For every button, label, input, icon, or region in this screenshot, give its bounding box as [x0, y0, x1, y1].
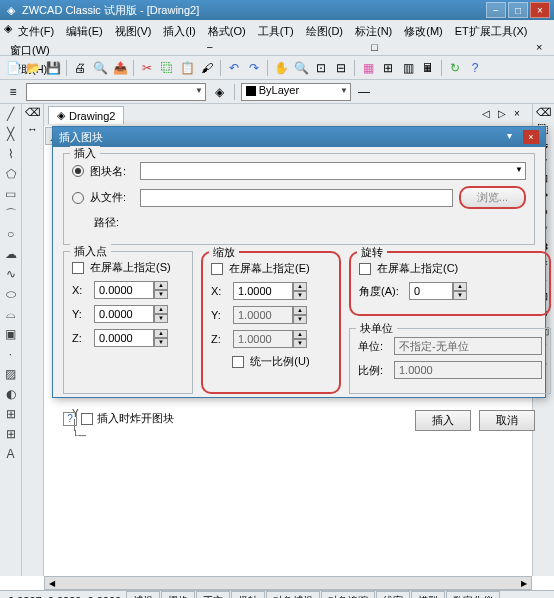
snap-toggle[interactable]: 捕捉 — [126, 591, 160, 599]
ortho-toggle[interactable]: 正交 — [196, 591, 230, 599]
redo-icon[interactable]: ↷ — [245, 59, 263, 77]
ipx-up[interactable]: ▲ — [154, 281, 168, 290]
tab-prev[interactable]: ◁ — [482, 108, 496, 122]
lwt-toggle[interactable]: 线宽 — [376, 591, 410, 599]
save-icon[interactable]: 💾 — [44, 59, 62, 77]
angle-input[interactable] — [409, 282, 453, 300]
copy-icon[interactable]: ⿻ — [158, 59, 176, 77]
rect-icon[interactable]: ▭ — [3, 186, 19, 202]
browse-button[interactable]: 浏览... — [459, 186, 526, 209]
ang-up[interactable]: ▲ — [453, 282, 467, 291]
help-icon[interactable]: ? — [63, 412, 77, 426]
menu-edit[interactable]: 编辑(E) — [60, 22, 109, 41]
menu-insert[interactable]: 插入(I) — [157, 22, 201, 41]
menu-annotate[interactable]: 标注(N) — [349, 22, 398, 41]
sz-up[interactable]: ▲ — [293, 330, 307, 339]
dc-icon[interactable]: ⊞ — [379, 59, 397, 77]
doc-close[interactable]: × — [536, 41, 550, 55]
uniform-check[interactable] — [232, 356, 244, 368]
file-input[interactable] — [140, 189, 453, 207]
preview-icon[interactable]: 🔍 — [91, 59, 109, 77]
block-icon[interactable]: ▣ — [3, 326, 19, 342]
menu-modify[interactable]: 修改(M) — [398, 22, 449, 41]
zoomprev-icon[interactable]: ⊟ — [332, 59, 350, 77]
zoom-icon[interactable]: 🔍 — [292, 59, 310, 77]
ipy-input[interactable] — [94, 305, 154, 323]
move2-icon[interactable]: ↔ — [27, 123, 38, 135]
sy-up[interactable]: ▲ — [293, 306, 307, 315]
tp-icon[interactable]: ▥ — [399, 59, 417, 77]
ipz-input[interactable] — [94, 329, 154, 347]
ipz-dn[interactable]: ▼ — [154, 338, 168, 347]
layer-state-icon[interactable]: ◈ — [210, 83, 228, 101]
sy-input[interactable] — [233, 306, 293, 324]
blockname-combo[interactable] — [140, 162, 526, 180]
sx-up[interactable]: ▲ — [293, 282, 307, 291]
ok-button[interactable]: 插入 — [415, 410, 471, 431]
zoomwin-icon[interactable]: ⊡ — [312, 59, 330, 77]
calc-icon[interactable]: 🖩 — [419, 59, 437, 77]
scale-onscreen-check[interactable] — [211, 263, 223, 275]
cut-icon[interactable]: ✂ — [138, 59, 156, 77]
sx-dn[interactable]: ▼ — [293, 291, 307, 300]
document-tab[interactable]: ◈ Drawing2 — [48, 106, 124, 124]
publish-icon[interactable]: 📤 — [111, 59, 129, 77]
circle-icon[interactable]: ○ — [3, 226, 19, 242]
line-icon[interactable]: ╱ — [3, 106, 19, 122]
menu-window[interactable]: 窗口(W) — [4, 41, 56, 60]
menu-ettools[interactable]: ET扩展工具(X) — [449, 22, 534, 41]
arc-icon[interactable]: ⌒ — [3, 206, 19, 222]
window-maximize[interactable]: □ — [508, 2, 528, 18]
props-icon[interactable]: ▦ — [359, 59, 377, 77]
dialog-titlebar[interactable]: 插入图块 ▾ × — [53, 127, 545, 147]
menu-view[interactable]: 视图(V) — [109, 22, 158, 41]
sy-dn[interactable]: ▼ — [293, 315, 307, 324]
dialog-close[interactable]: × — [523, 130, 539, 144]
polar-toggle[interactable]: 极轴 — [231, 591, 265, 599]
pan-icon[interactable]: ✋ — [272, 59, 290, 77]
help-icon[interactable]: ? — [466, 59, 484, 77]
menu-tools[interactable]: 工具(T) — [252, 22, 300, 41]
gradient-icon[interactable]: ◐ — [3, 386, 19, 402]
osnap-toggle[interactable]: 对象捕捉 — [266, 591, 320, 599]
menu-format[interactable]: 格式(O) — [202, 22, 252, 41]
layer-icon[interactable]: ≡ — [4, 83, 22, 101]
erase-icon[interactable]: ⌫ — [25, 106, 41, 119]
ipy-up[interactable]: ▲ — [154, 305, 168, 314]
hatch-icon[interactable]: ▨ — [3, 366, 19, 382]
ipy-dn[interactable]: ▼ — [154, 314, 168, 323]
sx-input[interactable] — [233, 282, 293, 300]
doc-minimize[interactable]: − — [206, 41, 220, 55]
horizontal-scrollbar[interactable]: ◀ ▶ — [44, 576, 532, 590]
explode-check[interactable] — [81, 413, 93, 425]
match-icon[interactable]: 🖌 — [198, 59, 216, 77]
sz-input[interactable] — [233, 330, 293, 348]
ipx-dn[interactable]: ▼ — [154, 290, 168, 299]
new-icon[interactable]: 📄 — [4, 59, 22, 77]
spline-icon[interactable]: ∿ — [3, 266, 19, 282]
polygon-icon[interactable]: ⬠ — [3, 166, 19, 182]
fromfile-radio[interactable] — [72, 192, 84, 204]
insertpt-onscreen-check[interactable] — [72, 262, 84, 274]
rotate-onscreen-check[interactable] — [359, 263, 371, 275]
pline-icon[interactable]: ⌇ — [3, 146, 19, 162]
color-combo[interactable]: ByLayer — [241, 83, 351, 101]
undo-icon[interactable]: ↶ — [225, 59, 243, 77]
tab-next[interactable]: ▷ — [498, 108, 512, 122]
cancel-button[interactable]: 取消 — [479, 410, 535, 431]
window-minimize[interactable]: − — [486, 2, 506, 18]
refresh-icon[interactable]: ↻ — [446, 59, 464, 77]
xline-icon[interactable]: ╳ — [3, 126, 19, 142]
window-close[interactable]: × — [530, 2, 550, 18]
linetype-icon[interactable]: — — [355, 83, 373, 101]
scroll-left[interactable]: ◀ — [45, 579, 59, 588]
text-icon[interactable]: A — [3, 446, 19, 462]
grid-toggle[interactable]: 栅格 — [161, 591, 195, 599]
table-icon[interactable]: ⊞ — [3, 426, 19, 442]
erase2-icon[interactable]: ⌫ — [536, 106, 552, 119]
ipz-up[interactable]: ▲ — [154, 329, 168, 338]
doc-restore[interactable]: □ — [371, 41, 385, 55]
dyn-toggle[interactable]: 数字化仪 — [446, 591, 500, 599]
region-icon[interactable]: ⊞ — [3, 406, 19, 422]
ellipsearc-icon[interactable]: ⌓ — [3, 306, 19, 322]
